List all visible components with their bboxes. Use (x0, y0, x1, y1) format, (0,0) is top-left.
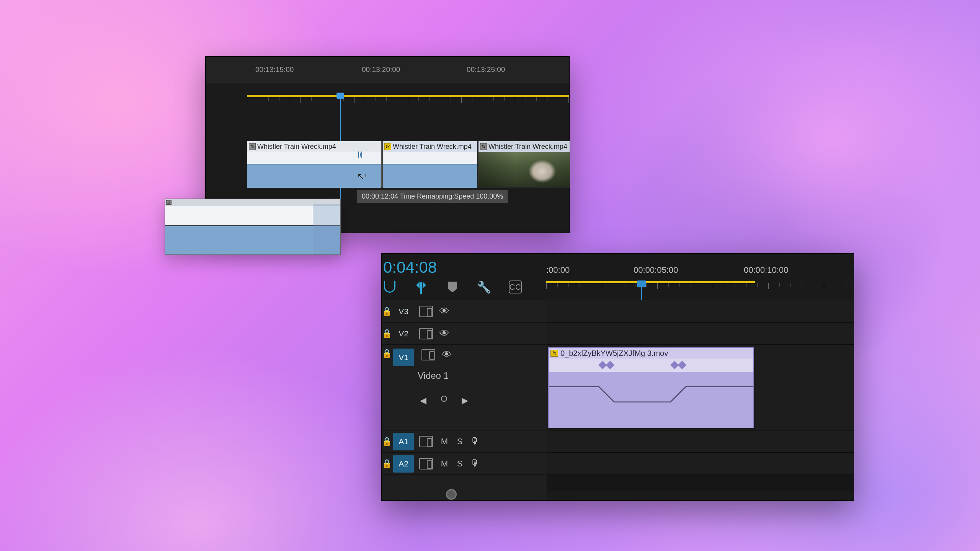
track-header-a2[interactable]: 🔒 A2 M S 🎙 (382, 453, 546, 475)
settings-icon[interactable]: 🔧 (477, 280, 490, 293)
clip[interactable]: fx0_b2xlZyBkYW5jZXJfMg 3.mov (548, 347, 754, 428)
sync-lock-icon[interactable] (419, 306, 433, 317)
timeline-toolbar: | 🔧 CC (383, 280, 522, 293)
mute-button[interactable]: M (437, 459, 452, 469)
track-header-a1[interactable]: 🔒 A1 M S 🎙 (382, 430, 546, 453)
ruler[interactable]: 00:13:15:00 00:13:20:00 00:13:25:00 (206, 57, 569, 83)
timecode-label: 00:13:25:00 (467, 65, 505, 74)
clip-name: 0_b2xlZyBkYW5jZXJfMg 3.mov (560, 349, 668, 358)
track-header-v1[interactable]: 🔒 V1 👁 Video 1 ◀ ▶ (382, 345, 546, 430)
fx-badge-icon: fx (550, 350, 558, 357)
fx-badge-icon: fx (166, 200, 172, 205)
fx-badge-icon: fx (249, 143, 256, 150)
snap-icon[interactable] (383, 280, 396, 293)
eye-icon[interactable]: 👁 (439, 349, 454, 360)
timecode-label: 00:13:15:00 (255, 65, 294, 74)
track-tag[interactable]: V3 (393, 303, 414, 320)
mute-button[interactable]: M (437, 437, 452, 447)
clip[interactable]: fxWhistler Train Wreck.mp4 (478, 141, 570, 187)
track-name: Video 1 (418, 370, 449, 381)
add-keyframe-icon[interactable] (441, 396, 447, 402)
lock-icon[interactable]: 🔒 (382, 349, 392, 359)
timecode-label: 00:00:10:00 (744, 265, 788, 275)
clip-name: Whistler Train Wreck.mp4 (488, 143, 567, 151)
keyframe-icon[interactable] (606, 361, 615, 370)
eye-icon[interactable]: 👁 (437, 305, 452, 317)
track-tag[interactable]: V2 (393, 325, 414, 342)
ruler-ticks (546, 283, 854, 291)
lock-icon[interactable]: 🔒 (382, 459, 392, 469)
sync-lock-icon[interactable] (419, 458, 433, 469)
prev-keyframe-icon[interactable]: ◀ (420, 396, 426, 406)
current-timecode[interactable]: 0:04:08 (383, 258, 437, 277)
trim-selection[interactable] (313, 204, 340, 254)
eye-icon[interactable]: 👁 (437, 328, 452, 339)
keyframe-icon[interactable] (678, 361, 687, 370)
track-lane-v1[interactable]: fx0_b2xlZyBkYW5jZXJfMg 3.mov (547, 345, 854, 430)
fx-badge-icon: fx (480, 143, 487, 150)
ruler[interactable]: :00:00 00:00:05:00 00:00:10:00 (546, 265, 854, 286)
sync-lock-icon[interactable] (419, 436, 433, 447)
timeline-panel-bottom: 0:04:08 | 🔧 CC :00:00 00:00:05:00 00:00:… (381, 253, 854, 501)
linked-selection-icon[interactable]: | (415, 280, 428, 293)
tooltip: 00:00:12:04 Time Remapping:Speed 100.00% (357, 190, 508, 203)
track-header-v2[interactable]: 🔒 V2 👁 (382, 323, 546, 345)
track-lane-a2[interactable] (547, 453, 854, 475)
track-tag[interactable]: V1 (393, 349, 414, 366)
solo-button[interactable]: S (452, 437, 467, 447)
clip-name: Whistler Train Wreck.mp4 (393, 143, 472, 151)
mic-icon[interactable]: 🎙 (467, 458, 483, 469)
track-lane-v2[interactable] (547, 323, 854, 345)
sync-lock-icon[interactable] (419, 328, 433, 339)
timecode-label: 00:00:05:00 (634, 265, 678, 275)
track-tag[interactable]: A2 (393, 455, 414, 473)
timecode-label: 00:13:20:00 (362, 65, 400, 74)
mic-icon[interactable]: 🎙 (467, 435, 483, 447)
track-lane-a1[interactable] (547, 430, 854, 453)
video-track[interactable]: fxWhistler Train Wreck.mp4 fxWhistler Tr… (247, 141, 569, 187)
speed-keyframe-handle[interactable] (358, 152, 362, 158)
sync-lock-icon[interactable] (421, 349, 435, 360)
lock-icon[interactable]: 🔒 (382, 329, 392, 339)
track-header-column: 🔒 V3 👁 🔒 V2 👁 🔒 V1 👁 Video 1 ◀ ▶ (382, 300, 546, 500)
clip-thumbnail (479, 152, 570, 187)
clip-name: Whistler Train Wreck.mp4 (257, 143, 336, 151)
track-lane-v3[interactable] (547, 300, 854, 323)
lock-icon[interactable]: 🔒 (382, 437, 392, 447)
track-area[interactable]: fx0_b2xlZyBkYW5jZXJfMg 3.mov (547, 300, 854, 491)
next-keyframe-icon[interactable]: ▶ (462, 396, 468, 406)
track-header-v3[interactable]: 🔒 V3 👁 (382, 300, 546, 323)
cursor-icon: ↖+ (357, 171, 367, 181)
clip[interactable]: fxWhistler Train Wreck.mp4 (382, 141, 477, 187)
fx-badge-icon: fx (384, 143, 391, 150)
track-tag[interactable]: A1 (393, 433, 414, 450)
clip-fragment[interactable]: fx (165, 199, 341, 255)
lock-icon[interactable]: 🔒 (382, 306, 392, 316)
ruler-ticks (206, 97, 569, 104)
timecode-label: :00:00 (546, 265, 570, 275)
captions-icon[interactable]: CC (509, 280, 522, 293)
solo-button[interactable]: S (452, 459, 467, 469)
speed-graph[interactable] (549, 372, 753, 428)
marker-icon[interactable] (446, 280, 459, 293)
zoom-handle[interactable] (446, 489, 457, 500)
